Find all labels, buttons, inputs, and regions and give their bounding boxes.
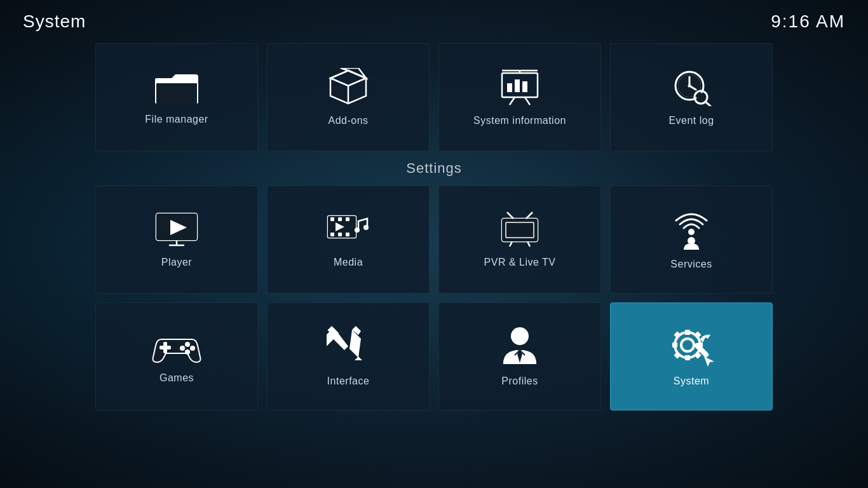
svg-point-69 — [681, 339, 694, 351]
tile-media-label: Media — [334, 257, 363, 268]
settings-row-1: Player — [76, 186, 792, 294]
tile-file-manager[interactable]: File manager — [95, 43, 258, 151]
svg-marker-4 — [330, 71, 366, 86]
box-icon — [327, 68, 370, 106]
svg-marker-61 — [355, 356, 362, 360]
svg-line-24 — [705, 102, 710, 106]
svg-point-49 — [688, 229, 695, 235]
gear-wrench-icon — [668, 326, 714, 367]
svg-rect-77 — [694, 351, 701, 358]
tile-profiles-label: Profiles — [501, 376, 538, 387]
tile-interface-label: Interface — [327, 376, 370, 387]
svg-rect-75 — [694, 331, 701, 338]
svg-line-45 — [526, 212, 532, 219]
svg-rect-33 — [330, 217, 334, 221]
svg-rect-74 — [674, 331, 681, 338]
tile-system-information[interactable]: System information — [438, 43, 601, 151]
folder-icon — [154, 69, 200, 105]
antenna-icon — [671, 209, 712, 250]
svg-rect-52 — [159, 346, 171, 349]
tile-profiles[interactable]: Profiles — [438, 302, 601, 410]
tv-icon — [497, 211, 543, 248]
svg-rect-37 — [338, 233, 342, 236]
tile-system[interactable]: System — [610, 302, 773, 410]
presentation-icon — [497, 68, 543, 106]
svg-rect-71 — [685, 355, 690, 360]
svg-point-22 — [688, 85, 691, 88]
tile-event-log-label: Event log — [668, 115, 714, 126]
top-row: File manager Add-ons — [76, 43, 792, 151]
svg-point-40 — [355, 227, 360, 233]
clock-search-icon — [669, 68, 714, 106]
svg-rect-12 — [507, 83, 512, 92]
tile-system-information-label: System information — [473, 115, 566, 126]
tile-services[interactable]: Services — [610, 186, 773, 294]
svg-line-44 — [507, 212, 513, 219]
svg-rect-70 — [685, 330, 690, 335]
svg-rect-72 — [672, 342, 677, 348]
svg-line-16 — [525, 97, 530, 105]
svg-point-25 — [696, 93, 705, 102]
svg-rect-13 — [515, 79, 520, 92]
tools-icon — [327, 326, 370, 367]
svg-line-8 — [348, 78, 366, 86]
svg-rect-14 — [522, 81, 527, 92]
tile-add-ons[interactable]: Add-ons — [267, 43, 430, 151]
monitor-play-icon — [154, 211, 200, 248]
svg-line-7 — [330, 78, 348, 86]
settings-section-label: Settings — [76, 160, 792, 177]
svg-marker-79 — [704, 356, 714, 367]
svg-point-56 — [185, 349, 190, 355]
svg-rect-36 — [330, 233, 334, 236]
svg-rect-38 — [346, 233, 349, 236]
tile-interface[interactable]: Interface — [267, 302, 430, 410]
svg-rect-35 — [346, 217, 349, 221]
tile-player[interactable]: Player — [95, 186, 258, 294]
svg-point-41 — [363, 225, 369, 230]
film-music-icon — [325, 211, 371, 248]
tile-add-ons-label: Add-ons — [328, 115, 368, 126]
tile-games[interactable]: Games — [95, 302, 258, 410]
tile-pvr-label: PVR & Live TV — [484, 257, 556, 268]
svg-marker-6 — [341, 68, 366, 78]
svg-rect-76 — [674, 351, 681, 358]
tile-media[interactable]: Media — [267, 186, 430, 294]
svg-point-54 — [190, 346, 195, 351]
person-icon — [501, 326, 539, 367]
svg-rect-2 — [156, 83, 197, 104]
svg-rect-34 — [338, 217, 342, 221]
page-title: System — [23, 11, 86, 32]
tile-file-manager-label: File manager — [145, 114, 208, 125]
tile-services-label: Services — [670, 259, 712, 270]
tile-system-label: System — [674, 376, 709, 387]
clock: 9:16 AM — [771, 11, 845, 32]
svg-line-15 — [510, 97, 515, 105]
tile-player-label: Player — [161, 257, 192, 268]
tile-games-label: Games — [159, 372, 194, 384]
settings-row-2: Games Interface — [76, 302, 792, 410]
main-content: File manager Add-ons — [0, 43, 868, 410]
tile-pvr-live-tv[interactable]: PVR & Live TV — [438, 186, 601, 294]
svg-point-53 — [185, 342, 190, 347]
svg-point-55 — [180, 346, 185, 351]
header: System 9:16 AM — [0, 0, 868, 43]
gamepad-icon — [152, 329, 201, 363]
svg-point-64 — [511, 327, 529, 345]
tile-event-log[interactable]: Event log — [610, 43, 773, 151]
